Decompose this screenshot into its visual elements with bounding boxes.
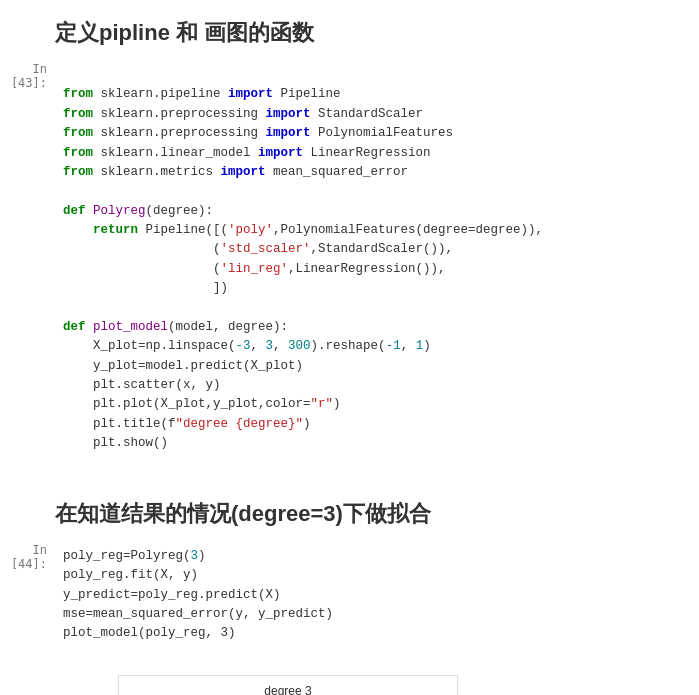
cell-43-label: In [43]:	[0, 58, 55, 481]
cell-44: In [44]: poly_reg=Polyreg(3) poly_reg.fi…	[0, 539, 699, 695]
chart-title: degree 3	[123, 684, 453, 695]
cell-43: In [43]: from sklearn.pipeline import Pi…	[0, 58, 699, 481]
section-heading-2: 在知道结果的情况(degree=3)下做拟合	[55, 481, 699, 539]
cell-44-code[interactable]: poly_reg=Polyreg(3) poly_reg.fit(X, y) y…	[63, 543, 691, 667]
cell-44-label: In [44]:	[0, 539, 55, 695]
cell-43-code[interactable]: from sklearn.pipeline import Pipeline fr…	[63, 62, 691, 477]
section-heading-1: 定义pipline 和 画图的函数	[55, 0, 699, 58]
cell-44-content: poly_reg=Polyreg(3) poly_reg.fit(X, y) y…	[55, 539, 699, 695]
cell-43-content: from sklearn.pipeline import Pipeline fr…	[55, 58, 699, 481]
chart-container: degree 3 5 0 −5 −10 −15 −20	[118, 675, 458, 695]
